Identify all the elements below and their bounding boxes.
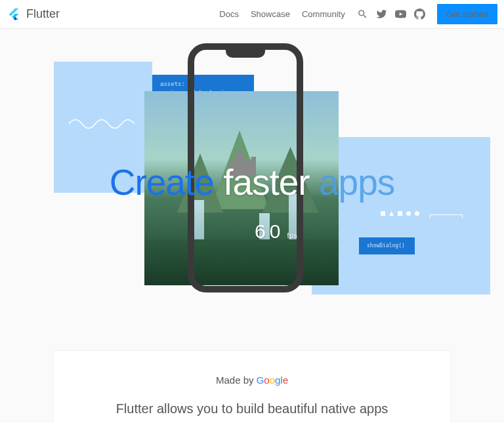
intro-card: Made by Google Flutter allows you to bui… <box>52 350 452 423</box>
get-started-button[interactable]: Get started <box>437 4 497 24</box>
headline-word-3: apps <box>319 162 394 203</box>
headline-word-1: Create <box>110 162 214 203</box>
nav-icons <box>357 9 425 20</box>
logo[interactable]: Flutter <box>7 7 60 22</box>
main-nav: Docs Showcase Community Get started <box>219 4 497 24</box>
search-icon[interactable] <box>357 9 368 20</box>
google-logo-text: Google <box>257 374 288 386</box>
nav-docs[interactable]: Docs <box>219 9 239 19</box>
nav-community[interactable]: Community <box>302 9 345 19</box>
brand-name: Flutter <box>26 7 60 21</box>
made-by-text: Made by Google <box>79 374 425 386</box>
github-icon[interactable] <box>414 9 425 20</box>
hero-headline: Create faster apps <box>0 161 504 203</box>
fps-label: fps <box>287 232 297 239</box>
wave-decoration <box>69 114 141 134</box>
code-snippet-dialog: showDialog() <box>359 237 415 254</box>
tagline-text: Flutter allows you to build beautiful na… <box>108 399 396 423</box>
fps-indicator: 60 fps <box>255 220 298 243</box>
flutter-logo-icon <box>7 7 21 22</box>
twitter-icon[interactable] <box>376 9 387 20</box>
nav-showcase[interactable]: Showcase <box>251 9 290 19</box>
site-header: Flutter Docs Showcase Community Get star… <box>0 0 504 29</box>
fps-number: 60 <box>255 220 284 243</box>
hero-section: assets: - images/abaaba.jpeg - images/fe… <box>0 29 504 317</box>
youtube-icon[interactable] <box>395 9 406 20</box>
headline-word-2: faster <box>223 162 310 203</box>
decorative-shapes <box>381 211 419 216</box>
decorative-line <box>430 214 463 215</box>
